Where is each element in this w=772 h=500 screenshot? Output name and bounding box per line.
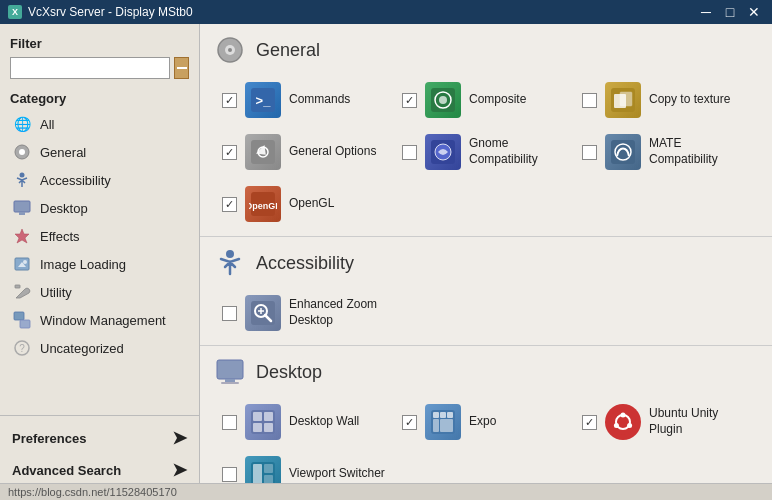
preferences-item[interactable]: Preferences ➤ xyxy=(10,422,189,454)
plugin-gnome-compat: Gnome Compatibility xyxy=(398,130,574,174)
plugin-ubuntu-unity-label: Ubuntu Unity Plugin xyxy=(649,406,750,437)
filter-input-row xyxy=(10,57,189,79)
status-bar: https://blog.csdn.net/11528405170 xyxy=(0,483,772,500)
section-desktop: Desktop Desktop Wall xyxy=(200,346,772,500)
sidebar: Filter Category 🌐 All xyxy=(0,24,200,500)
advanced-search-item[interactable]: Advanced Search ➤ xyxy=(10,454,189,486)
sidebar-item-label: Uncategorized xyxy=(40,341,124,356)
effects-icon xyxy=(12,226,32,246)
svg-text:>_: >_ xyxy=(256,93,272,108)
category-label: Category xyxy=(0,87,199,110)
content-area: General >_ Commands xyxy=(200,24,772,500)
sidebar-item-label: Desktop xyxy=(40,201,88,216)
plugin-general-options-label: General Options xyxy=(289,144,376,160)
clear-icon xyxy=(176,62,188,74)
sidebar-item-all[interactable]: 🌐 All xyxy=(0,110,199,138)
main-layout: Filter Category 🌐 All xyxy=(0,24,772,500)
svg-rect-53 xyxy=(440,419,453,432)
plugin-composite-icon xyxy=(425,82,461,118)
plugin-general-options-check[interactable] xyxy=(222,145,237,160)
accessibility-plugin-grid: Enhanced Zoom Desktop xyxy=(214,291,758,335)
plugin-expo-label: Expo xyxy=(469,414,496,430)
plugin-copy-texture-icon xyxy=(605,82,641,118)
plugin-opengl-check[interactable] xyxy=(222,197,237,212)
sidebar-item-image-loading[interactable]: Image Loading xyxy=(0,250,199,278)
sidebar-item-window-management[interactable]: Window Management xyxy=(0,306,199,334)
plugin-copy-texture-label: Copy to texture xyxy=(649,92,730,108)
sidebar-item-general[interactable]: General xyxy=(0,138,199,166)
plugin-commands-icon: >_ xyxy=(245,82,281,118)
svg-rect-5 xyxy=(19,212,25,215)
plugin-opengl-label: OpenGL xyxy=(289,196,334,212)
plugin-desktop-wall: Desktop Wall xyxy=(218,400,394,444)
plugin-expo-check[interactable] xyxy=(402,415,417,430)
svg-rect-44 xyxy=(253,412,262,421)
maximize-button[interactable]: □ xyxy=(720,2,740,22)
svg-point-34 xyxy=(226,250,234,258)
section-accessibility: Accessibility Enhanced Zoom Deskt xyxy=(200,237,772,346)
advanced-search-label: Advanced Search xyxy=(12,463,121,478)
svg-rect-49 xyxy=(433,412,439,418)
category-list: 🌐 All General xyxy=(0,110,199,415)
desktop-plugin-grid: Desktop Wall E xyxy=(214,400,758,496)
plugin-mate-compat-check[interactable] xyxy=(582,145,597,160)
sidebar-item-utility[interactable]: Utility xyxy=(0,278,199,306)
svg-rect-0 xyxy=(177,67,187,69)
plugin-ubuntu-unity-check[interactable] xyxy=(582,415,597,430)
sidebar-item-uncategorized[interactable]: ? Uncategorized xyxy=(0,334,199,362)
plugin-desktop-wall-icon xyxy=(245,404,281,440)
svg-rect-50 xyxy=(440,412,446,418)
sidebar-item-label: Effects xyxy=(40,229,80,244)
svg-rect-45 xyxy=(264,412,273,421)
title-bar-controls: ─ □ ✕ xyxy=(696,2,764,22)
filter-clear-button[interactable] xyxy=(174,57,189,79)
window-title: VcXsrv Server - Display MStb0 xyxy=(28,5,193,19)
general-icon xyxy=(12,142,32,162)
minimize-button[interactable]: ─ xyxy=(696,2,716,22)
plugin-opengl-icon: OpenGL xyxy=(245,186,281,222)
status-url: https://blog.csdn.net/11528405170 xyxy=(8,486,177,498)
uncategorized-icon: ? xyxy=(12,338,32,358)
close-button[interactable]: ✕ xyxy=(744,2,764,22)
plugin-desktop-wall-check[interactable] xyxy=(222,415,237,430)
plugin-commands-check[interactable] xyxy=(222,93,237,108)
svg-text:OpenGL: OpenGL xyxy=(249,201,277,211)
title-bar: X VcXsrv Server - Display MStb0 ─ □ ✕ xyxy=(0,0,772,24)
plugin-enhanced-zoom-check[interactable] xyxy=(222,306,237,321)
svg-rect-61 xyxy=(264,464,273,473)
svg-rect-10 xyxy=(15,285,20,288)
filter-input[interactable] xyxy=(10,57,170,79)
plugin-copy-texture-check[interactable] xyxy=(582,93,597,108)
sidebar-item-accessibility[interactable]: Accessibility xyxy=(0,166,199,194)
filter-section: Filter xyxy=(0,32,199,87)
plugin-gnome-compat-check[interactable] xyxy=(402,145,417,160)
svg-rect-40 xyxy=(217,360,243,379)
plugin-composite-label: Composite xyxy=(469,92,526,108)
plugin-composite-check[interactable] xyxy=(402,93,417,108)
svg-point-57 xyxy=(627,423,632,428)
plugin-viewport-switcher-check[interactable] xyxy=(222,467,237,482)
preferences-arrow-icon: ➤ xyxy=(172,427,187,449)
plugin-enhanced-zoom-label: Enhanced Zoom Desktop xyxy=(289,297,390,328)
svg-point-17 xyxy=(228,48,232,52)
plugin-commands-label: Commands xyxy=(289,92,350,108)
all-icon: 🌐 xyxy=(12,114,32,134)
sidebar-bottom: Preferences ➤ Advanced Search ➤ xyxy=(0,415,199,492)
plugin-ubuntu-unity: Ubuntu Unity Plugin xyxy=(578,400,754,444)
sidebar-item-label: Window Management xyxy=(40,313,166,328)
sidebar-item-desktop[interactable]: Desktop xyxy=(0,194,199,222)
app-icon: X xyxy=(8,5,22,19)
svg-text:?: ? xyxy=(19,343,25,354)
svg-point-9 xyxy=(23,260,27,264)
sidebar-item-label: Accessibility xyxy=(40,173,111,188)
section-desktop-icon xyxy=(214,356,246,388)
advanced-search-arrow-icon: ➤ xyxy=(172,459,187,481)
plugin-commands: >_ Commands xyxy=(218,78,394,122)
svg-marker-6 xyxy=(15,229,29,243)
sidebar-item-effects[interactable]: Effects xyxy=(0,222,199,250)
section-accessibility-title: Accessibility xyxy=(256,253,354,274)
title-bar-left: X VcXsrv Server - Display MStb0 xyxy=(8,5,193,19)
sidebar-item-label: Utility xyxy=(40,285,72,300)
section-desktop-title: Desktop xyxy=(256,362,322,383)
svg-rect-60 xyxy=(253,464,262,484)
